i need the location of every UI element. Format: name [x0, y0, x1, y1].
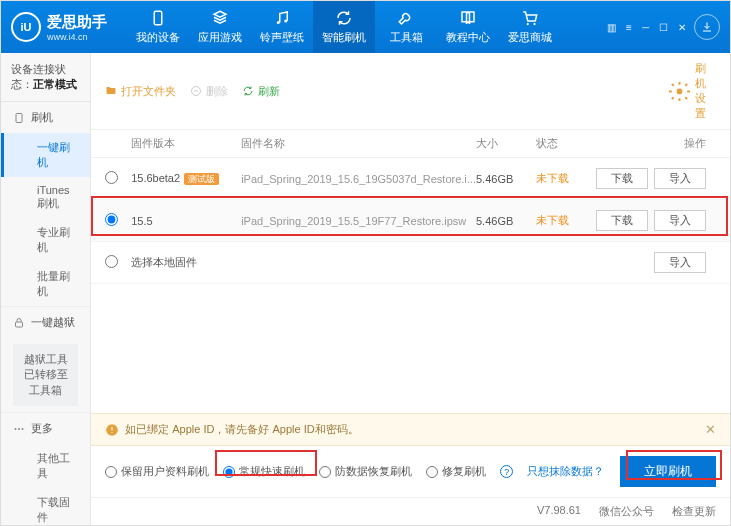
gear-icon	[668, 80, 691, 103]
import-button[interactable]: 导入	[654, 210, 706, 231]
cart-icon	[521, 9, 539, 27]
music-icon	[273, 9, 291, 27]
sidebar-item-0[interactable]: 一键刷机	[1, 133, 90, 177]
phone-icon	[149, 9, 167, 27]
svg-point-7	[15, 428, 17, 430]
svg-rect-0	[154, 11, 162, 25]
sidebar: 设备连接状态：正常模式 刷机 一键刷机iTunes刷机专业刷机批量刷机 一键越狱…	[1, 53, 91, 525]
download-button[interactable]	[694, 14, 720, 40]
firmware-row[interactable]: 15.5iPad_Spring_2019_15.5_19F77_Restore.…	[91, 200, 730, 242]
svg-point-9	[22, 428, 24, 430]
brand-name: 爱思助手	[47, 13, 107, 32]
nav-tab-2[interactable]: 铃声壁纸	[251, 1, 313, 53]
main-panel: 打开文件夹 删除 刷新 刷机设置 固件版本 固件名称 大小 状态 操作 15.6…	[91, 53, 730, 525]
connection-state: 设备连接状态：正常模式	[1, 53, 90, 102]
sidebar-item-2[interactable]: 专业刷机	[1, 218, 90, 262]
logo-icon: iU	[11, 12, 41, 42]
window-controls: ▥ ≡ ─ ☐ ✕	[607, 22, 686, 33]
opt-quick-flash[interactable]: 常规快速刷机	[223, 464, 305, 479]
svg-rect-5	[16, 113, 22, 122]
refresh-icon	[242, 85, 254, 97]
app-icon	[211, 9, 229, 27]
info-icon[interactable]: ?	[500, 465, 513, 478]
row-radio[interactable]	[105, 255, 118, 268]
menu-icon[interactable]: ▥	[607, 22, 616, 33]
import-button[interactable]: 导入	[654, 168, 706, 189]
close-warning-button[interactable]: ✕	[705, 422, 716, 437]
svg-rect-6	[16, 322, 23, 327]
local-firmware-row[interactable]: 选择本地固件导入	[91, 242, 730, 284]
table-header: 固件版本 固件名称 大小 状态 操作	[91, 130, 730, 158]
titlebar: iU 爱思助手 www.i4.cn 我的设备应用游戏铃声壁纸智能刷机工具箱教程中…	[1, 1, 730, 53]
firmware-row[interactable]: 15.6beta2测试版iPad_Spring_2019_15.6_19G503…	[91, 158, 730, 200]
nav-tab-3[interactable]: 智能刷机	[313, 1, 375, 53]
nav-tab-1[interactable]: 应用游戏	[189, 1, 251, 53]
svg-point-12	[677, 88, 683, 94]
sidebar-item-1[interactable]: iTunes刷机	[1, 177, 90, 218]
book-icon	[459, 9, 477, 27]
row-radio[interactable]	[105, 171, 118, 184]
lock-icon	[13, 317, 25, 329]
sidebar-header-jailbreak[interactable]: 一键越狱	[1, 307, 90, 338]
warning-banner: 如已绑定 Apple ID，请先备好 Apple ID和密码。 ✕	[91, 413, 730, 446]
list-icon[interactable]: ≡	[626, 22, 632, 33]
svg-point-2	[284, 20, 287, 23]
download-button[interactable]: 下载	[596, 168, 648, 189]
nav-tab-5[interactable]: 教程中心	[437, 1, 499, 53]
opt-repair[interactable]: 修复刷机	[426, 464, 486, 479]
import-button[interactable]: 导入	[654, 252, 706, 273]
svg-point-3	[527, 23, 529, 25]
erase-link[interactable]: 只想抹除数据？	[527, 464, 604, 479]
open-folder-button[interactable]: 打开文件夹	[105, 84, 176, 99]
nav-tab-4[interactable]: 工具箱	[375, 1, 437, 53]
jailbreak-note: 越狱工具已转移至工具箱	[13, 344, 78, 406]
folder-icon	[105, 85, 117, 97]
svg-point-4	[533, 23, 535, 25]
check-update-link[interactable]: 检查更新	[672, 504, 716, 519]
maximize-icon[interactable]: ☐	[659, 22, 668, 33]
minimize-icon[interactable]: ─	[642, 22, 649, 33]
svg-point-8	[18, 428, 20, 430]
flash-icon	[13, 112, 25, 124]
flash-settings-button[interactable]: 刷机设置	[668, 61, 716, 121]
nav-tab-0[interactable]: 我的设备	[127, 1, 189, 53]
sidebar-more-0[interactable]: 其他工具	[1, 444, 90, 488]
brand-url: www.i4.cn	[47, 32, 107, 42]
delete-button[interactable]: 删除	[190, 84, 228, 99]
flash-now-button[interactable]: 立即刷机	[620, 456, 716, 487]
delete-icon	[190, 85, 202, 97]
statusbar: V7.98.61 微信公众号 检查更新	[91, 497, 730, 525]
sidebar-more-1[interactable]: 下载固件	[1, 488, 90, 525]
nav-tab-6[interactable]: 爱思商城	[499, 1, 561, 53]
sidebar-item-3[interactable]: 批量刷机	[1, 262, 90, 306]
svg-point-1	[277, 21, 280, 24]
version-label: V7.98.61	[537, 504, 581, 519]
sidebar-header-more[interactable]: 更多	[1, 413, 90, 444]
row-radio[interactable]	[105, 213, 118, 226]
wechat-link[interactable]: 微信公众号	[599, 504, 654, 519]
refresh-button[interactable]: 刷新	[242, 84, 280, 99]
sidebar-header-flash[interactable]: 刷机	[1, 102, 90, 133]
opt-anti-recover[interactable]: 防数据恢复刷机	[319, 464, 412, 479]
close-icon[interactable]: ✕	[678, 22, 686, 33]
tools-icon	[397, 9, 415, 27]
refresh-icon	[335, 9, 353, 27]
warning-icon	[105, 423, 119, 437]
download-button[interactable]: 下载	[596, 210, 648, 231]
toolbar: 打开文件夹 删除 刷新 刷机设置	[91, 53, 730, 130]
opt-keep-data[interactable]: 保留用户资料刷机	[105, 464, 209, 479]
more-icon	[13, 423, 25, 435]
flash-options: 保留用户资料刷机 常规快速刷机 防数据恢复刷机 修复刷机 ? 只想抹除数据？ 立…	[91, 446, 730, 497]
